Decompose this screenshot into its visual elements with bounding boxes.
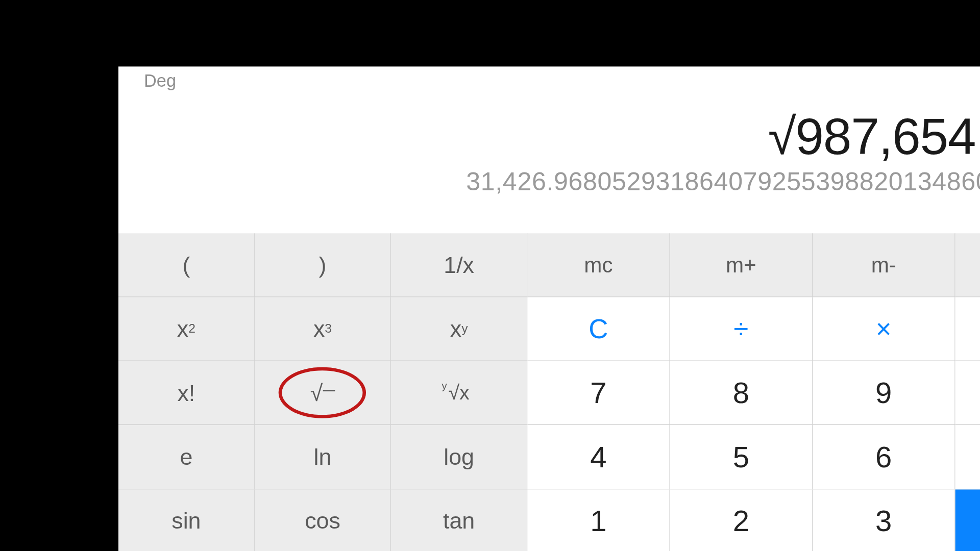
clear-button[interactable]: C bbox=[527, 297, 670, 361]
sin-button[interactable]: sin bbox=[118, 489, 255, 551]
y-root-button[interactable]: y√x bbox=[391, 361, 527, 425]
reciprocal-button[interactable]: 1/x bbox=[391, 233, 527, 297]
sqrt-icon: √ bbox=[310, 380, 335, 406]
y-root-icon: y√x bbox=[448, 382, 469, 405]
memory-recall-button[interactable]: mr bbox=[955, 233, 980, 297]
backspace-button[interactable] bbox=[955, 297, 980, 361]
subtract-button[interactable]: — bbox=[955, 361, 980, 425]
digit-8-button[interactable]: 8 bbox=[670, 361, 813, 425]
digit-6-button[interactable]: 6 bbox=[813, 425, 955, 489]
digit-7-button[interactable]: 7 bbox=[527, 361, 670, 425]
digit-2-button[interactable]: 2 bbox=[670, 489, 813, 551]
add-button[interactable]: + bbox=[955, 425, 980, 489]
ln-button[interactable]: ln bbox=[255, 425, 391, 489]
cube-button[interactable]: x3 bbox=[255, 297, 391, 361]
power-button[interactable]: xy bbox=[391, 297, 527, 361]
tan-button[interactable]: tan bbox=[391, 489, 527, 551]
digit-5-button[interactable]: 5 bbox=[670, 425, 813, 489]
angle-mode-label: Deg bbox=[144, 70, 176, 91]
right-paren-button[interactable]: ) bbox=[255, 233, 391, 297]
equals-button[interactable]: = bbox=[955, 489, 980, 551]
e-button[interactable]: e bbox=[118, 425, 255, 489]
factorial-button[interactable]: x! bbox=[118, 361, 255, 425]
left-paren-button[interactable]: ( bbox=[118, 233, 255, 297]
memory-sub-button[interactable]: m- bbox=[813, 233, 955, 297]
expression-display: √987,654,321 bbox=[139, 102, 980, 164]
digit-1-button[interactable]: 1 bbox=[527, 489, 670, 551]
divide-button[interactable]: ÷ bbox=[670, 297, 813, 361]
digit-3-button[interactable]: 3 bbox=[813, 489, 955, 551]
memory-clear-button[interactable]: mc bbox=[527, 233, 670, 297]
result-display: 31,426.968052931864079255398820134860138… bbox=[139, 167, 980, 196]
cos-button[interactable]: cos bbox=[255, 489, 391, 551]
log-button[interactable]: log bbox=[391, 425, 527, 489]
digit-9-button[interactable]: 9 bbox=[813, 361, 955, 425]
display-area: Deg √987,654,321 31,426.9680529318640792… bbox=[118, 67, 980, 234]
square-button[interactable]: x2 bbox=[118, 297, 255, 361]
digit-4-button[interactable]: 4 bbox=[527, 425, 670, 489]
memory-add-button[interactable]: m+ bbox=[670, 233, 813, 297]
keypad: ( ) 1/x x2 x3 xy x! √ y√x e ln log sin c… bbox=[118, 233, 980, 551]
main-keypad: mc m+ m- mr C ÷ × 7 8 9 — 4 5 6 + 1 2 3 bbox=[527, 233, 980, 551]
scientific-keypad: ( ) 1/x x2 x3 xy x! √ y√x e ln log sin c… bbox=[118, 233, 527, 551]
calculator-window: Deg √987,654,321 31,426.9680529318640792… bbox=[118, 67, 980, 552]
sqrt-button[interactable]: √ bbox=[255, 361, 391, 425]
multiply-button[interactable]: × bbox=[813, 297, 955, 361]
